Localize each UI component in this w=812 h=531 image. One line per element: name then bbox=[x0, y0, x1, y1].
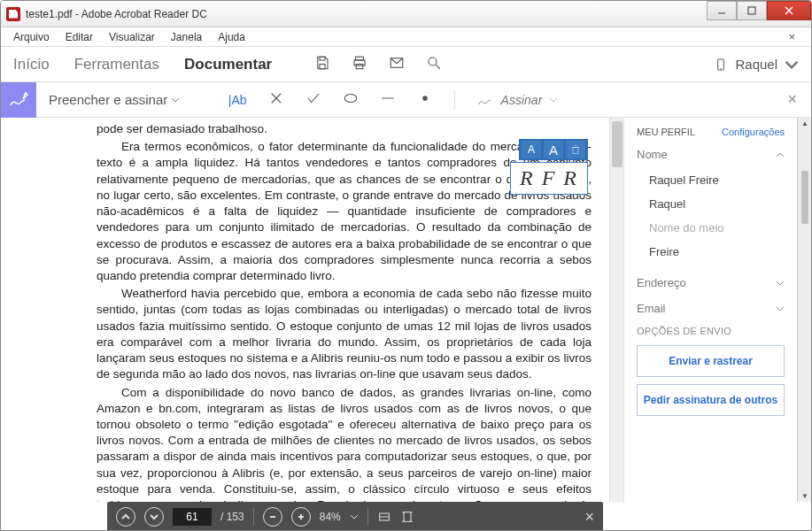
window-vscrollbar[interactable]: ▲ ▼ bbox=[797, 118, 811, 502]
scroll-down-icon[interactable]: ▼ bbox=[801, 492, 808, 500]
mobile-icon bbox=[714, 58, 728, 72]
menu-item[interactable]: Janela bbox=[164, 29, 209, 45]
name-section-toggle[interactable]: Nome bbox=[637, 148, 785, 161]
sign-dropdown[interactable]: Assinar bbox=[476, 91, 559, 109]
line-tool[interactable] bbox=[380, 90, 396, 110]
tab-home[interactable]: Início bbox=[13, 56, 50, 73]
circle-tool[interactable] bbox=[343, 90, 359, 110]
settings-link[interactable]: Configurações bbox=[722, 127, 785, 137]
chevron-down-icon bbox=[171, 96, 180, 104]
paragraph: Weatherford havia percebido que, embora … bbox=[97, 286, 592, 382]
page-input[interactable] bbox=[173, 508, 212, 526]
menu-bar: Arquivo Editar Visualizar Janela Ajuda × bbox=[1, 27, 811, 47]
paragraph: pode ser demasiado trabalhoso. bbox=[97, 121, 592, 137]
zoom-in-button[interactable] bbox=[291, 507, 311, 527]
svg-point-10 bbox=[429, 58, 437, 65]
dot-tool[interactable] bbox=[417, 90, 433, 110]
fit-width-icon[interactable] bbox=[377, 510, 391, 524]
chevron-up-icon bbox=[776, 150, 785, 159]
send-track-button[interactable]: Enviar e rastrear bbox=[637, 345, 785, 377]
window-titlebar: teste1.pdf - Adobe Acrobat Reader DC bbox=[1, 1, 811, 27]
menu-item[interactable]: Ajuda bbox=[211, 29, 252, 45]
chevron-down-icon bbox=[776, 279, 785, 288]
send-options-title: OPÇÕES DE ENVIO bbox=[637, 326, 785, 336]
paragraph: Com a disponibilidade do novo banco de d… bbox=[97, 385, 592, 503]
profile-panel: MEU PERFIL Configurações Nome Raquel Fre… bbox=[623, 118, 797, 502]
name-option-placeholder[interactable]: Nome do meio bbox=[649, 216, 785, 240]
profile-title: MEU PERFIL bbox=[637, 127, 695, 137]
request-signature-button[interactable]: Pedir assinatura de outros bbox=[637, 384, 785, 416]
close-pagebar-icon[interactable]: × bbox=[584, 508, 594, 527]
signature-text[interactable]: R F R bbox=[510, 162, 588, 195]
name-option[interactable]: Freire bbox=[649, 240, 785, 264]
fill-sign-toolbar: Preencher e assinar |Ab Assinar × bbox=[1, 82, 811, 118]
font-size-small-icon[interactable]: A bbox=[522, 141, 541, 158]
tab-document[interactable]: Documentar bbox=[184, 56, 272, 73]
svg-point-16 bbox=[344, 94, 357, 102]
fill-sign-dropdown[interactable]: Preencher e assinar bbox=[49, 92, 180, 107]
fill-sign-mode-icon[interactable] bbox=[1, 82, 36, 118]
chevron-down-icon bbox=[785, 58, 799, 72]
page-navigation-bar: / 153 84% × bbox=[107, 502, 603, 531]
menu-item[interactable]: Arquivo bbox=[6, 29, 57, 45]
chevron-down-icon bbox=[549, 96, 558, 104]
close-button[interactable] bbox=[767, 1, 811, 20]
signature-annotation[interactable]: A A R F R bbox=[510, 139, 588, 195]
document-vscrollbar[interactable] bbox=[609, 118, 623, 502]
name-option[interactable]: Raquel Freire bbox=[649, 168, 785, 192]
mail-icon[interactable] bbox=[389, 55, 405, 74]
chevron-down-icon[interactable] bbox=[350, 512, 359, 521]
delete-icon[interactable] bbox=[566, 141, 585, 158]
svg-rect-27 bbox=[404, 512, 411, 522]
top-tab-bar: Início Ferramentas Documentar Raquel bbox=[1, 47, 811, 82]
page-total: / 153 bbox=[220, 511, 244, 523]
search-icon[interactable] bbox=[426, 55, 442, 74]
name-option[interactable]: Raquel bbox=[649, 192, 785, 216]
app-icon bbox=[6, 7, 20, 21]
scroll-up-icon[interactable]: ▲ bbox=[801, 119, 808, 127]
divider bbox=[454, 90, 455, 110]
document-viewport: pode ser demasiado trabalhoso. Era termo… bbox=[1, 118, 623, 502]
zoom-out-button[interactable] bbox=[263, 507, 282, 527]
save-icon[interactable] bbox=[314, 55, 330, 74]
svg-line-11 bbox=[436, 65, 440, 69]
chevron-down-icon bbox=[776, 304, 785, 313]
email-section-toggle[interactable]: Email bbox=[637, 302, 785, 315]
svg-rect-4 bbox=[320, 57, 325, 60]
print-icon[interactable] bbox=[352, 55, 367, 74]
signature-icon bbox=[476, 91, 494, 109]
svg-rect-5 bbox=[320, 64, 325, 68]
prev-page-button[interactable] bbox=[116, 507, 135, 527]
user-name: Raquel bbox=[735, 57, 777, 72]
font-size-large-icon[interactable]: A bbox=[544, 141, 563, 158]
next-page-button[interactable] bbox=[144, 507, 164, 527]
menu-item[interactable]: Editar bbox=[58, 29, 100, 45]
fit-page-icon[interactable] bbox=[400, 510, 414, 524]
zoom-level[interactable]: 84% bbox=[320, 511, 341, 523]
tab-tools[interactable]: Ferramentas bbox=[74, 56, 159, 73]
window-title: teste1.pdf - Adobe Acrobat Reader DC bbox=[26, 8, 207, 20]
maximize-button[interactable] bbox=[737, 1, 767, 20]
close-toolbar-icon[interactable]: × bbox=[787, 90, 797, 109]
svg-rect-19 bbox=[573, 148, 578, 154]
address-section-toggle[interactable]: Endereço bbox=[637, 276, 785, 289]
svg-rect-1 bbox=[748, 7, 755, 14]
menu-item[interactable]: Visualizar bbox=[102, 29, 162, 45]
svg-rect-8 bbox=[356, 64, 363, 68]
check-tool[interactable] bbox=[305, 90, 321, 110]
minimize-button[interactable] bbox=[707, 1, 737, 20]
close-document-icon[interactable]: × bbox=[781, 28, 802, 45]
cross-tool[interactable] bbox=[268, 90, 284, 110]
text-annotation-tool[interactable]: |Ab bbox=[228, 93, 247, 107]
svg-point-18 bbox=[422, 96, 427, 100]
user-menu[interactable]: Raquel bbox=[714, 57, 799, 72]
